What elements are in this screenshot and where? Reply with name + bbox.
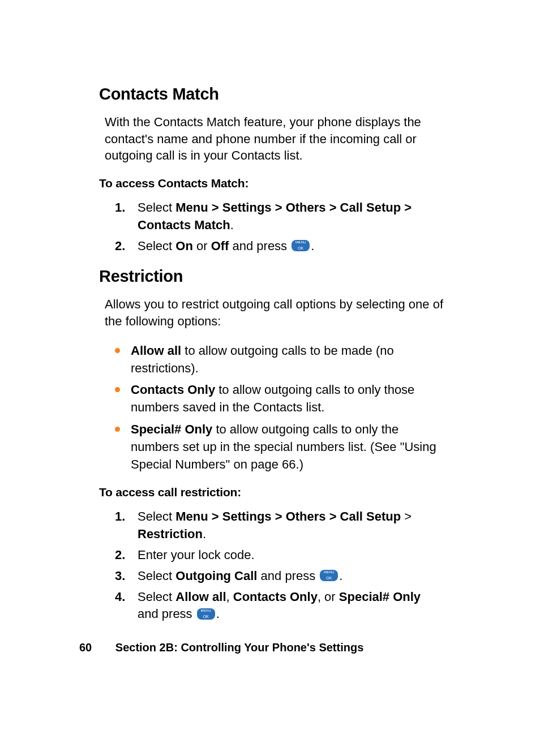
step-text: Enter your lock code.: [138, 548, 255, 562]
step-cm-2: 2. Select On or Off and press .: [115, 238, 444, 255]
step-r-1: 1. Select Menu > Settings > Others > Cal…: [115, 508, 444, 543]
step-number: 4.: [115, 589, 125, 606]
step-text: Select: [138, 239, 175, 253]
step-text: and press: [257, 569, 319, 583]
step-r-3: 3. Select Outgoing Call and press .: [115, 568, 444, 585]
step-text: Select: [138, 200, 175, 214]
step-text: and press: [138, 607, 196, 621]
bullet-list-restriction: Allow all to allow outgoing calls to be …: [112, 342, 444, 474]
step-r-4: 4. Select Allow all, Contacts Only, or S…: [115, 589, 444, 624]
option-allow-all: Allow all: [131, 343, 181, 358]
menu-ok-key-icon: [197, 608, 215, 620]
page-footer: 60 Section 2B: Controlling Your Phone's …: [79, 641, 363, 654]
bullet-special-only: Special# Only to allow outgoing calls to…: [112, 421, 444, 473]
option-special-only: Special# Only: [131, 422, 212, 436]
heading-contacts-match: Contacts Match: [99, 85, 444, 104]
menu-path: Menu > Settings > Others > Call Setup > …: [138, 200, 412, 232]
option-off: Off: [211, 239, 229, 253]
bullet-contacts-only: Contacts Only to allow outgoing calls to…: [112, 381, 444, 416]
step-text: .: [216, 607, 220, 621]
menu-path: Menu > Settings > Others > Call Setup: [175, 509, 401, 523]
step-text: ,: [226, 590, 233, 604]
step-number: 3.: [115, 568, 125, 585]
option-outgoing-call: Outgoing Call: [175, 569, 257, 583]
step-text: .: [230, 218, 234, 232]
option-contacts-only: Contacts Only: [233, 590, 318, 604]
steps-contacts-match: 1. Select Menu > Settings > Others > Cal…: [115, 199, 444, 255]
menu-ok-key-icon: [320, 570, 338, 581]
steps-restriction: 1. Select Menu > Settings > Others > Cal…: [115, 508, 444, 623]
section-title: Section 2B: Controlling Your Phone's Set…: [115, 641, 364, 654]
step-number: 2.: [115, 238, 125, 255]
bullet-allow-all: Allow all to allow outgoing calls to be …: [112, 342, 444, 377]
step-text: Select: [138, 590, 175, 604]
leadin-restriction: To access call restriction:: [99, 486, 444, 499]
page-number: 60: [79, 641, 92, 654]
step-r-2: 2. Enter your lock code.: [115, 547, 444, 564]
option-special-only: Special# Only: [339, 590, 421, 604]
step-text: , or: [318, 590, 339, 604]
step-text: .: [203, 527, 206, 541]
intro-contacts-match: With the Contacts Match feature, your ph…: [105, 114, 444, 164]
intro-restriction: Allows you to restrict outgoing call opt…: [105, 296, 444, 329]
option-allow-all: Allow all: [175, 590, 226, 604]
step-text: Select: [138, 509, 175, 523]
step-number: 1.: [115, 508, 125, 526]
menu-ok-key-icon: [292, 240, 310, 251]
step-number: 2.: [115, 547, 125, 564]
step-text: or: [193, 239, 211, 253]
heading-restriction: Restriction: [99, 267, 444, 286]
menu-path: Restriction: [138, 527, 203, 541]
option-contacts-only: Contacts Only: [131, 383, 215, 397]
step-text: Select: [138, 569, 175, 583]
step-text: .: [311, 239, 314, 253]
step-text: and press: [229, 239, 290, 253]
leadin-contacts-match: To access Contacts Match:: [99, 177, 444, 190]
option-on: On: [175, 239, 193, 253]
step-cm-1: 1. Select Menu > Settings > Others > Cal…: [115, 199, 444, 234]
step-text: .: [339, 569, 342, 583]
step-text: >: [401, 509, 412, 523]
step-number: 1.: [115, 199, 125, 217]
manual-page: Contacts Match With the Contacts Match f…: [0, 0, 540, 756]
